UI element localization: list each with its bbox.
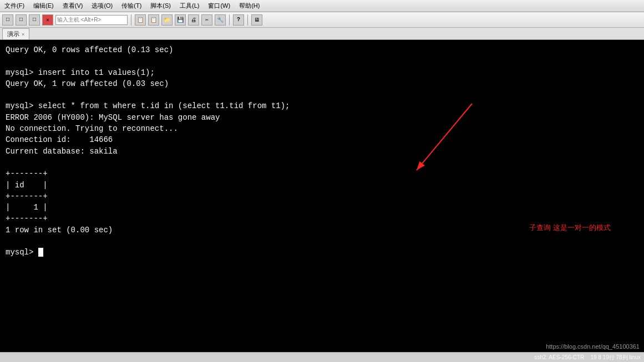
toolbar-btn-icon[interactable]: 🖥 [251,14,262,26]
status-right: ssh2: AES-256-CTR 19 8 19行 78列 linux [534,354,641,361]
watermark: https://blog.csdn.net/qq_45100361 [546,343,640,350]
position-label: 19 8 19行 78列 linux [590,354,641,360]
toolbar-divider-3 [247,14,248,26]
line-1: Query OK, 0 rows affected (0.13 sec) [6,44,638,55]
menu-options[interactable]: 选项(O) [89,2,115,10]
line-18 [6,236,638,247]
menubar: 文件(F) 编辑(E) 查看(V) 选项(O) 传输(T) 脚本(S) 工具(L… [0,0,644,12]
toolbar-btn-3[interactable]: □ [29,14,40,26]
toolbar-btn-6[interactable]: 📋 [148,14,159,26]
line-2 [6,55,638,67]
toolbar-btn-1[interactable]: □ [2,14,13,26]
tab-label: 演示 [7,30,19,38]
menu-script[interactable]: 脚本(S) [148,2,173,10]
encoding-label: ssh2: AES-256-CTR [534,354,584,360]
line-14: +-------+ [6,191,638,202]
tab-demo[interactable]: 演示 × [2,28,29,39]
cursor [38,248,43,257]
line-7: ERROR 2006 (HY000): MySQL server has gon… [6,112,638,123]
line-prompt: mysql> [6,247,638,258]
toolbar-btn-11[interactable]: 🔧 [215,14,226,26]
toolbar-btn-8[interactable]: 💾 [175,14,186,26]
toolbar-btn-2[interactable]: □ [16,14,27,26]
statusbar: ssh2: AES-256-CTR 19 8 19行 78列 linux [0,352,644,362]
tab-close[interactable]: × [22,32,24,37]
toolbar-btn-10[interactable]: ✂ [201,14,212,26]
line-8: No connection. Trying to reconnect... [6,123,638,134]
svg-line-1 [417,104,472,170]
line-3: mysql> insert into t1 values(1); [6,67,638,78]
host-input[interactable] [55,15,128,25]
menu-window[interactable]: 窗口(W) [206,2,232,10]
annotation-text: 子查询 这是一对一的模式 [529,223,611,233]
toolbar-btn-9[interactable]: 🖨 [188,14,199,26]
line-12: +-------+ [6,168,638,179]
line-4: Query OK, 1 row affected (0.03 sec) [6,78,638,89]
toolbar-divider-1 [131,14,131,26]
toolbar-btn-4[interactable]: ✕ [42,14,53,26]
toolbar-btn-5[interactable]: 📋 [135,14,146,26]
menu-transfer[interactable]: 传输(T) [119,2,144,10]
menu-items[interactable]: 文件(F) 编辑(E) 查看(V) 选项(O) 传输(T) 脚本(S) 工具(L… [2,2,262,10]
line-5 [6,89,638,100]
menu-edit[interactable]: 编辑(E) [31,2,56,10]
terminal[interactable]: Query OK, 0 rows affected (0.13 sec) mys… [0,40,644,362]
line-13: | id | [6,180,638,191]
toolbar: □ □ □ ✕ 📋 📋 📁 💾 🖨 ✂ 🔧 ? 🖥 [0,12,644,28]
line-9: Connection id: 14666 [6,134,638,145]
toolbar-divider-2 [229,14,230,26]
menu-view[interactable]: 查看(V) [60,2,85,10]
menu-file[interactable]: 文件(F) [2,2,27,10]
annotation-arrow [383,98,494,187]
line-11 [6,157,638,168]
toolbar-btn-7[interactable]: 📁 [161,14,173,26]
line-6: mysql> select * from t where t.id in (se… [6,100,638,111]
menu-help[interactable]: 帮助(H) [237,2,262,10]
tab-bar: 演示 × [0,28,644,40]
line-15: | 1 | [6,202,638,213]
toolbar-btn-help[interactable]: ? [233,14,244,26]
line-10: Current database: sakila [6,146,638,157]
menu-tools[interactable]: 工具(L) [178,2,201,10]
